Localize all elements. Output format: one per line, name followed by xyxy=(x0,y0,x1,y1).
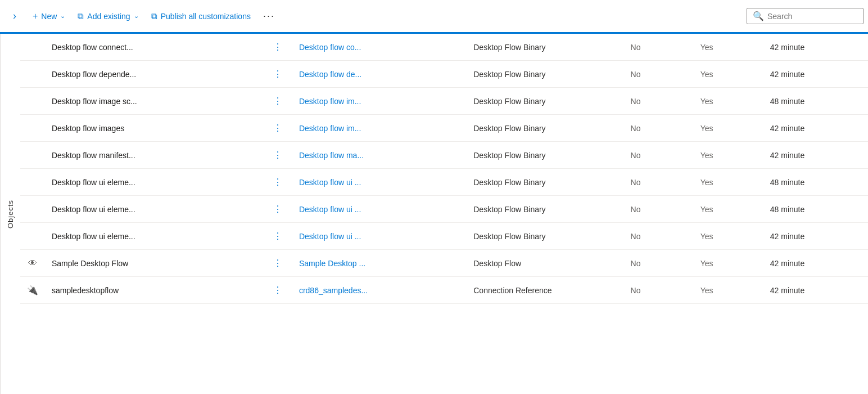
row-menu-cell: ⋮ xyxy=(263,61,292,88)
row-menu-cell: ⋮ xyxy=(263,88,292,115)
row-icon-cell xyxy=(20,88,45,115)
row-type: Desktop Flow Binary xyxy=(467,196,623,223)
row-display-name: crd86_sampledes... xyxy=(292,277,467,304)
row-context-menu-button[interactable]: ⋮ xyxy=(270,175,286,189)
row-name: Sample Desktop Flow xyxy=(45,250,263,277)
row-name: Desktop flow image sc... xyxy=(45,88,263,115)
row-icon-cell: 🔌 xyxy=(20,277,45,304)
row-managed: No xyxy=(624,223,694,250)
row-name: Desktop flow connect... xyxy=(45,34,263,61)
row-managed: No xyxy=(624,34,694,61)
row-modified: 42 minute xyxy=(763,142,868,169)
table-row[interactable]: Desktop flow image sc... ⋮ Desktop flow … xyxy=(20,88,868,115)
row-icon-cell xyxy=(20,61,45,88)
row-customizable: Yes xyxy=(694,34,763,61)
row-menu-cell: ⋮ xyxy=(263,223,292,250)
row-display-name: Sample Desktop ... xyxy=(292,250,467,277)
plus-icon: + xyxy=(33,11,38,21)
table-row[interactable]: Desktop flow ui eleme... ⋮ Desktop flow … xyxy=(20,196,868,223)
row-managed: No xyxy=(624,196,694,223)
row-name: sampledesktopflow xyxy=(45,277,263,304)
row-customizable: Yes xyxy=(694,196,763,223)
row-display-name: Desktop flow ma... xyxy=(292,142,467,169)
row-menu-cell: ⋮ xyxy=(263,196,292,223)
row-customizable: Yes xyxy=(694,277,763,304)
toolbar-left: + New ⌄ ⧉ Add existing ⌄ ⧉ Publish all c… xyxy=(27,7,744,25)
table-row[interactable]: Desktop flow manifest... ⋮ Desktop flow … xyxy=(20,142,868,169)
row-display-name: Desktop flow ui ... xyxy=(292,196,467,223)
row-customizable: Yes xyxy=(694,169,763,196)
row-context-menu-button[interactable]: ⋮ xyxy=(270,229,286,243)
row-context-menu-button[interactable]: ⋮ xyxy=(270,202,286,216)
new-label: New xyxy=(41,12,57,21)
row-modified: 42 minute xyxy=(763,277,868,304)
row-name: Desktop flow images xyxy=(45,115,263,142)
toolbar: › + New ⌄ ⧉ Add existing ⌄ ⧉ Publish all… xyxy=(0,0,868,34)
row-context-menu-button[interactable]: ⋮ xyxy=(270,94,286,108)
eye-icon: 👁 xyxy=(28,258,37,268)
row-managed: No xyxy=(624,115,694,142)
row-customizable: Yes xyxy=(694,61,763,88)
content-area: Desktop flow connect... ⋮ Desktop flow c… xyxy=(20,34,868,394)
row-name: Desktop flow manifest... xyxy=(45,142,263,169)
row-type: Desktop Flow Binary xyxy=(467,169,623,196)
table-row[interactable]: Desktop flow connect... ⋮ Desktop flow c… xyxy=(20,34,868,61)
row-display-name: Desktop flow ui ... xyxy=(292,169,467,196)
publish-label: Publish all customizations xyxy=(161,12,251,21)
row-context-menu-button[interactable]: ⋮ xyxy=(270,121,286,135)
row-type: Desktop Flow Binary xyxy=(467,61,623,88)
row-managed: No xyxy=(624,169,694,196)
row-context-menu-button[interactable]: ⋮ xyxy=(270,256,286,270)
row-modified: 42 minute xyxy=(763,115,868,142)
row-managed: No xyxy=(624,61,694,88)
row-display-name: Desktop flow im... xyxy=(292,88,467,115)
row-menu-cell: ⋮ xyxy=(263,142,292,169)
add-existing-icon: ⧉ xyxy=(78,11,84,21)
sidebar-objects-label: Objects xyxy=(0,34,20,394)
row-customizable: Yes xyxy=(694,115,763,142)
row-menu-cell: ⋮ xyxy=(263,115,292,142)
row-menu-cell: ⋮ xyxy=(263,250,292,277)
row-type: Desktop Flow Binary xyxy=(467,115,623,142)
row-display-name: Desktop flow de... xyxy=(292,61,467,88)
row-customizable: Yes xyxy=(694,223,763,250)
plug-icon: 🔌 xyxy=(27,285,38,295)
row-customizable: Yes xyxy=(694,88,763,115)
row-modified: 48 minute xyxy=(763,169,868,196)
row-type: Desktop Flow Binary xyxy=(467,34,623,61)
more-button[interactable]: ··· xyxy=(257,7,281,25)
table-row[interactable]: Desktop flow images ⋮ Desktop flow im...… xyxy=(20,115,868,142)
table-row[interactable]: 👁 Sample Desktop Flow ⋮ Sample Desktop .… xyxy=(20,250,868,277)
search-icon: 🔍 xyxy=(753,11,764,21)
new-chevron-icon: ⌄ xyxy=(60,12,65,20)
new-button[interactable]: + New ⌄ xyxy=(27,8,71,25)
row-managed: No xyxy=(624,88,694,115)
row-managed: No xyxy=(624,250,694,277)
collapse-button[interactable]: › xyxy=(4,0,25,33)
row-context-menu-button[interactable]: ⋮ xyxy=(270,283,286,297)
row-managed: No xyxy=(624,142,694,169)
row-display-name: Desktop flow co... xyxy=(292,34,467,61)
row-name: Desktop flow ui eleme... xyxy=(45,169,263,196)
row-display-name: Desktop flow ui ... xyxy=(292,223,467,250)
publish-icon: ⧉ xyxy=(151,11,157,21)
row-context-menu-button[interactable]: ⋮ xyxy=(270,67,286,81)
table-row[interactable]: Desktop flow ui eleme... ⋮ Desktop flow … xyxy=(20,169,868,196)
search-input[interactable] xyxy=(767,12,857,21)
row-menu-cell: ⋮ xyxy=(263,34,292,61)
table-row[interactable]: Desktop flow depende... ⋮ Desktop flow d… xyxy=(20,61,868,88)
row-context-menu-button[interactable]: ⋮ xyxy=(270,40,286,54)
publish-button[interactable]: ⧉ Publish all customizations xyxy=(146,8,256,25)
table-row[interactable]: Desktop flow ui eleme... ⋮ Desktop flow … xyxy=(20,223,868,250)
table-row[interactable]: 🔌 sampledesktopflow ⋮ crd86_sampledes...… xyxy=(20,277,868,304)
add-existing-chevron-icon: ⌄ xyxy=(134,12,139,20)
row-menu-cell: ⋮ xyxy=(263,169,292,196)
add-existing-label: Add existing xyxy=(87,12,130,21)
row-type: Desktop Flow Binary xyxy=(467,88,623,115)
main-layout: Objects Desktop flow connect... ⋮ Deskto… xyxy=(0,34,868,394)
add-existing-button[interactable]: ⧉ Add existing ⌄ xyxy=(72,8,144,25)
row-name: Desktop flow ui eleme... xyxy=(45,223,263,250)
search-box: 🔍 xyxy=(747,8,864,24)
row-context-menu-button[interactable]: ⋮ xyxy=(270,148,286,162)
row-type: Desktop Flow xyxy=(467,250,623,277)
